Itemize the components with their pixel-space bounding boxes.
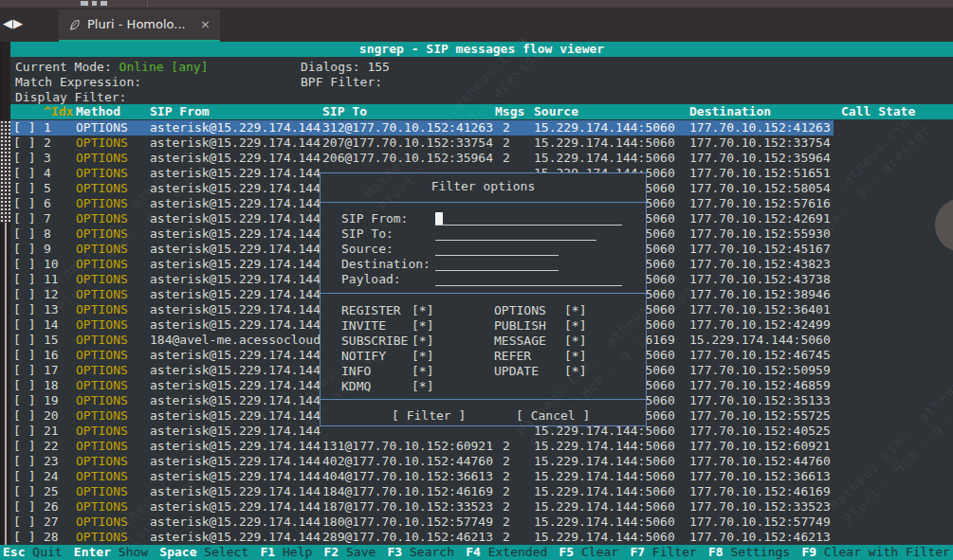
row-select-checkbox[interactable]: [ ] [13, 272, 35, 287]
header-sip-to[interactable]: SIP To [322, 104, 367, 119]
keybind-save[interactable]: F2 Save [324, 545, 376, 560]
keybind-quit[interactable]: Esc Quit [3, 545, 63, 560]
table-row[interactable]: [ ]24OPTIONSasterisk@15.229.174.144404@1… [10, 469, 953, 484]
method-checkbox-notify[interactable]: [*] [412, 349, 433, 364]
row-select-checkbox[interactable]: [ ] [13, 166, 35, 181]
row-select-checkbox[interactable]: [ ] [13, 393, 35, 408]
row-method: OPTIONS [76, 499, 128, 515]
source-input[interactable] [435, 242, 559, 256]
header-sip-from[interactable]: SIP From [150, 104, 210, 119]
row-select-checkbox[interactable]: [ ] [13, 257, 35, 272]
tab-close-icon[interactable]: × [200, 17, 211, 32]
row-sip-from: 184@avel-me.acessocloud.c [150, 333, 336, 348]
row-select-checkbox[interactable]: [ ] [13, 408, 35, 424]
row-sip-from: asterisk@15.229.174.144 [150, 302, 321, 317]
filter-options-dialog: Filter options SIP From:SIP To:Source:De… [320, 172, 647, 426]
method-checkbox-publish[interactable]: [*] [564, 318, 586, 334]
row-select-checkbox[interactable]: [ ] [13, 424, 35, 439]
row-msgs: 2 [503, 515, 510, 530]
row-select-checkbox[interactable]: [ ] [13, 363, 35, 378]
header-idx[interactable]: ^Idx [44, 104, 73, 119]
header-method[interactable]: Method [76, 104, 120, 119]
method-checkbox-register[interactable]: [*] [412, 303, 433, 318]
keybind-extended[interactable]: F4 Extended [466, 545, 547, 560]
row-select-checkbox[interactable]: [ ] [13, 530, 35, 545]
row-method: OPTIONS [76, 120, 128, 135]
table-row[interactable]: [ ]27OPTIONSasterisk@15.229.174.144180@1… [10, 515, 953, 530]
row-select-checkbox[interactable]: [ ] [13, 499, 35, 515]
keybind-clear-with-filter[interactable]: F9 Clear with Filter [801, 545, 950, 560]
method-checkbox-refer[interactable]: [*] [564, 349, 586, 364]
row-destination: 177.70.10.152:35964 [689, 151, 831, 166]
row-select-checkbox[interactable]: [ ] [13, 181, 35, 196]
table-row[interactable]: [ ]25OPTIONSasterisk@15.229.174.144184@1… [10, 484, 953, 499]
row-sip-to: 404@177.70.10.152:36613 [322, 469, 493, 484]
row-select-checkbox[interactable]: [ ] [13, 120, 35, 135]
row-sip-from: asterisk@15.229.174.144 [150, 211, 321, 226]
method-label-publish: PUBLISH [494, 318, 546, 334]
app-title: sngrep - SIP messages flow viewer [10, 42, 953, 57]
row-method: OPTIONS [76, 469, 128, 484]
keybind-filter[interactable]: F7 Filter [630, 545, 696, 560]
row-select-checkbox[interactable]: [ ] [13, 196, 35, 211]
row-select-checkbox[interactable]: [ ] [13, 135, 35, 151]
row-select-checkbox[interactable]: [ ] [13, 287, 35, 302]
row-select-checkbox[interactable]: [ ] [13, 515, 35, 530]
header-source[interactable]: Source [534, 104, 578, 119]
row-destination: 177.70.10.152:50959 [689, 363, 831, 378]
row-select-checkbox[interactable]: [ ] [13, 378, 35, 393]
row-select-checkbox[interactable]: [ ] [13, 151, 35, 166]
method-checkbox-kdmq[interactable]: [*] [412, 379, 433, 394]
tab-bar: ◀▶ Pluri - Homolo... × [0, 8, 953, 42]
header-call-state[interactable]: Call State [841, 104, 915, 119]
table-row[interactable]: [ ]23OPTIONSasterisk@15.229.174.144402@1… [10, 454, 953, 469]
row-select-checkbox[interactable]: [ ] [13, 317, 35, 333]
method-checkbox-options[interactable]: [*] [564, 303, 586, 318]
row-destination: 177.70.10.152:46745 [689, 348, 831, 363]
row-select-checkbox[interactable]: [ ] [13, 242, 35, 257]
header-destination[interactable]: Destination [689, 104, 771, 119]
row-sip-from: asterisk@15.229.174.144 [150, 120, 321, 135]
keybind-label: Clear with Filter [816, 545, 950, 559]
destination-input[interactable] [435, 257, 559, 271]
table-row[interactable]: [ ]3OPTIONSasterisk@15.229.174.144206@17… [10, 151, 953, 166]
row-select-checkbox[interactable]: [ ] [13, 484, 35, 499]
method-checkbox-invite[interactable]: [*] [412, 318, 433, 334]
filter-button[interactable]: [ Filter ] [392, 408, 466, 424]
cancel-button[interactable]: [ Cancel ] [516, 408, 590, 424]
table-row[interactable]: [ ]2OPTIONSasterisk@15.229.174.144207@17… [10, 135, 953, 151]
sip-to-input[interactable] [435, 226, 596, 241]
method-checkbox-subscribe[interactable]: [*] [412, 334, 433, 349]
row-select-checkbox[interactable]: [ ] [13, 348, 35, 363]
table-row[interactable]: [ ]26OPTIONSasterisk@15.229.174.144187@1… [10, 499, 953, 515]
tab-pluri-homolo[interactable]: Pluri - Homolo... × [59, 9, 220, 42]
keybind-settings[interactable]: F8 Settings [708, 545, 790, 560]
keybind-clear[interactable]: F5 Clear [559, 545, 619, 560]
method-checkbox-message[interactable]: [*] [564, 334, 586, 349]
keybind-help[interactable]: F1 Help [261, 545, 313, 560]
table-row[interactable]: [ ]28OPTIONSasterisk@15.229.174.144289@1… [10, 530, 953, 545]
keybind-search[interactable]: F3 Search [388, 545, 454, 560]
method-checkbox-update[interactable]: [*] [564, 364, 586, 379]
row-select-checkbox[interactable]: [ ] [13, 439, 35, 454]
row-select-checkbox[interactable]: [ ] [13, 454, 35, 469]
row-sip-to: 131@177.70.10.152:60921 [322, 439, 493, 454]
header-msgs[interactable]: Msgs [495, 104, 524, 119]
scrollbar-thumb[interactable] [0, 120, 10, 223]
keybind-select[interactable]: Space Select [159, 545, 248, 560]
row-select-checkbox[interactable]: [ ] [13, 469, 35, 484]
row-select-checkbox[interactable]: [ ] [13, 226, 35, 242]
tab-nav-arrows-icon[interactable]: ◀▶ [3, 16, 24, 31]
method-checkbox-info[interactable]: [*] [412, 364, 433, 379]
payload-input[interactable] [435, 272, 622, 286]
row-select-checkbox[interactable]: [ ] [13, 211, 35, 226]
table-row[interactable]: [ ]22OPTIONSasterisk@15.229.174.144131@1… [10, 439, 953, 454]
table-row[interactable]: [ ]1OPTIONSasterisk@15.229.174.144312@17… [10, 120, 953, 135]
row-select-checkbox[interactable]: [ ] [13, 333, 35, 348]
sip-from-input[interactable] [435, 211, 622, 226]
row-select-checkbox[interactable]: [ ] [13, 302, 35, 317]
row-index: 28 [44, 530, 59, 545]
row-method: OPTIONS [76, 333, 128, 348]
scrollbar[interactable] [0, 42, 10, 545]
keybind-show[interactable]: Enter Show [74, 545, 148, 560]
